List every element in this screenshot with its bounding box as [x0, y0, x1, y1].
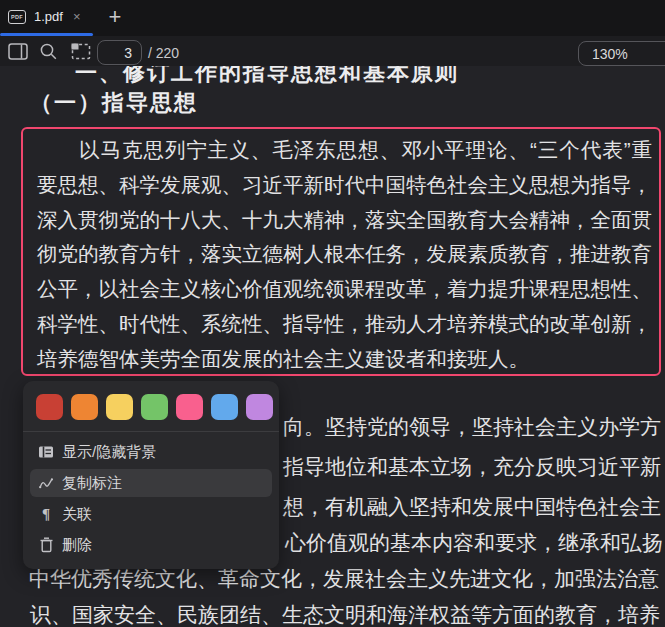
- pdf-file-icon: PDF: [8, 10, 26, 24]
- menu-item-label: 复制标注: [62, 474, 122, 493]
- active-tab-indicator: [0, 33, 93, 36]
- color-swatch-purple[interactable]: [246, 394, 273, 420]
- highlight-annotation-box[interactable]: 以马克思列宁主义、毛泽东思想、邓小平理论、“三个代表”重 要思想、科学发展观、习…: [21, 127, 661, 376]
- highlight-text-line: 要思想、科学发展观、习近平新时代中国特色社会主义思想为指导，: [37, 168, 652, 203]
- menu-item-toggle-background[interactable]: 显示/隐藏背景: [30, 438, 272, 466]
- menu-item-delete[interactable]: 删除: [30, 531, 272, 559]
- marquee-select-icon: [71, 43, 91, 60]
- pilcrow-icon: ¶: [38, 506, 54, 522]
- trash-icon: [38, 537, 54, 553]
- zoom-level-control[interactable]: 130%: [578, 41, 665, 66]
- toolbar: 3 / 220 130%: [0, 36, 665, 66]
- sidebar-toggle-button[interactable]: [6, 39, 30, 63]
- background-icon: [38, 444, 54, 460]
- color-swatch-row: [23, 394, 279, 420]
- body-text-line: 向。坚持党的领导，坚持社会主义办学方: [283, 414, 661, 440]
- highlight-text-line: 公平，以社会主义核心价值观统领课程改革，着力提升课程思想性、: [37, 272, 652, 307]
- tab-title: 1.pdf: [34, 9, 63, 24]
- body-text-line: 心价值观的基本内容和要求，继承和弘扬: [285, 530, 663, 556]
- color-swatch-pink[interactable]: [176, 394, 203, 420]
- color-swatch-red[interactable]: [36, 394, 63, 420]
- tab-bar: PDF 1.pdf × +: [0, 0, 665, 36]
- highlight-text-line: 深入贯彻党的十八大、十九大精神，落实全国教育大会精神，全面贯: [37, 203, 652, 238]
- highlight-text-line: 科学性、时代性、系统性、指导性，推动人才培养模式的改革创新，: [37, 307, 652, 342]
- color-swatch-green[interactable]: [141, 394, 168, 420]
- color-swatch-blue[interactable]: [211, 394, 238, 420]
- highlight-text-line: 以马克思列宁主义、毛泽东思想、邓小平理论、“三个代表”重: [37, 133, 652, 168]
- highlight-text-line: 彻党的教育方针，落实立德树人根本任务，发展素质教育，推进教育: [37, 237, 652, 272]
- scribble-icon: [38, 475, 54, 491]
- tab-1pdf[interactable]: PDF 1.pdf ×: [0, 0, 91, 33]
- search-icon: [39, 42, 58, 61]
- menu-item-label: 显示/隐藏背景: [62, 443, 156, 462]
- menu-divider: [23, 431, 279, 432]
- body-text-line: 指导地位和基本立场，充分反映习近平新: [283, 454, 661, 480]
- body-text-line: 想，有机融入坚持和发展中国特色社会主: [283, 494, 661, 520]
- document-page: 一、修订工作的指导思想和基本原则 （一）指导思想 以马克思列宁主义、毛泽东思想、…: [0, 66, 665, 627]
- subsection-heading: （一）指导思想: [30, 88, 198, 118]
- annotation-context-menu: 显示/隐藏背景 复制标注 ¶ 关联: [23, 381, 279, 569]
- pdf-viewer-window: PDF 1.pdf × + 3 / 220 130%: [0, 0, 665, 627]
- menu-item-link[interactable]: ¶ 关联: [30, 500, 272, 528]
- page-number-input[interactable]: 3: [97, 40, 142, 65]
- area-select-button[interactable]: [69, 39, 93, 63]
- search-button[interactable]: [36, 39, 60, 63]
- menu-item-copy-annotation[interactable]: 复制标注: [30, 469, 272, 497]
- highlight-text-line: 培养德智体美劳全面发展的社会主义建设者和接班人。: [37, 342, 652, 377]
- section-heading: 一、修订工作的指导思想和基本原则: [75, 66, 459, 88]
- body-text-line: 识、国家安全、民族团结、生态文明和海洋权益等方面的教育，培养: [30, 602, 660, 627]
- color-swatch-yellow[interactable]: [106, 394, 133, 420]
- body-text-line: 中华优秀传统文化、革命文化，发展社会主义先进文化，加强法治意: [29, 566, 659, 592]
- tab-close-icon[interactable]: ×: [73, 9, 81, 24]
- menu-item-label: 删除: [62, 536, 92, 555]
- page-total-label: / 220: [148, 40, 179, 65]
- new-tab-button[interactable]: +: [100, 2, 130, 32]
- menu-item-label: 关联: [62, 505, 92, 524]
- sidebar-toggle-icon: [8, 43, 28, 60]
- color-swatch-orange[interactable]: [71, 394, 98, 420]
